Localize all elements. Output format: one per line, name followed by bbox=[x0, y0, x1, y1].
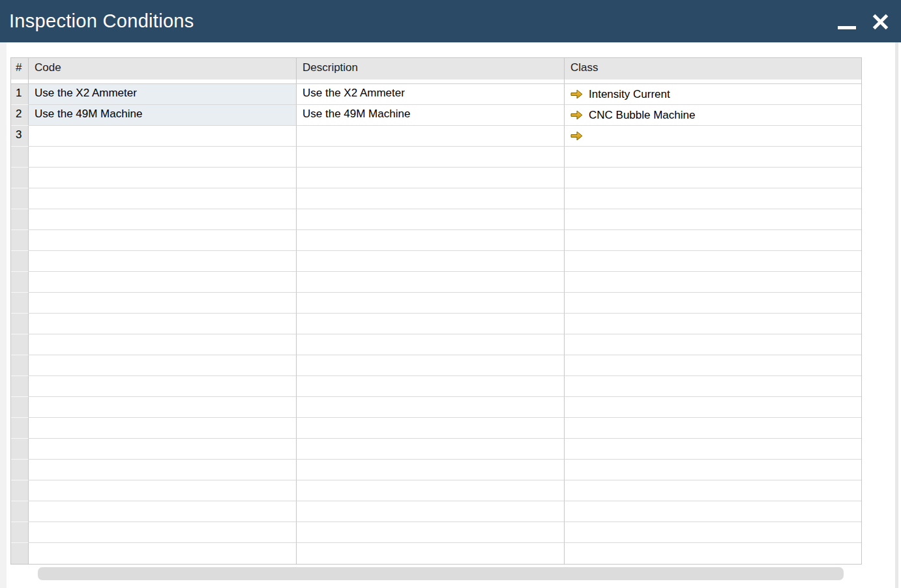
description-cell[interactable] bbox=[297, 480, 565, 501]
class-cell[interactable] bbox=[565, 376, 861, 397]
horizontal-scrollbar-thumb[interactable] bbox=[38, 567, 844, 580]
code-cell[interactable] bbox=[29, 230, 297, 251]
code-cell[interactable] bbox=[29, 272, 297, 293]
horizontal-scrollbar[interactable] bbox=[10, 566, 862, 581]
code-cell[interactable] bbox=[29, 355, 297, 376]
row-number-cell[interactable] bbox=[11, 480, 29, 501]
class-cell[interactable] bbox=[565, 314, 861, 334]
class-cell[interactable] bbox=[565, 501, 861, 522]
code-cell[interactable] bbox=[29, 251, 297, 272]
code-cell[interactable] bbox=[29, 460, 297, 480]
titlebar[interactable]: Inspection Conditions bbox=[0, 0, 901, 42]
class-cell[interactable] bbox=[565, 168, 861, 188]
class-cell[interactable]: CNC Bubble Machine bbox=[565, 105, 861, 126]
row-number-cell[interactable] bbox=[11, 397, 29, 418]
description-cell[interactable] bbox=[297, 418, 565, 439]
row-number-cell[interactable] bbox=[11, 522, 29, 543]
code-cell[interactable] bbox=[29, 439, 297, 460]
class-cell[interactable]: Intensity Current bbox=[565, 84, 861, 105]
column-header-class[interactable]: Class bbox=[565, 58, 861, 83]
table-row[interactable] bbox=[11, 460, 861, 480]
row-number-cell[interactable] bbox=[11, 334, 29, 355]
class-cell[interactable] bbox=[565, 209, 861, 230]
class-cell[interactable] bbox=[565, 439, 861, 460]
row-number-cell[interactable] bbox=[11, 376, 29, 397]
class-cell[interactable] bbox=[565, 188, 861, 209]
class-cell[interactable] bbox=[565, 230, 861, 251]
description-cell[interactable] bbox=[297, 251, 565, 272]
description-cell[interactable] bbox=[297, 501, 565, 522]
table-row[interactable] bbox=[11, 522, 861, 543]
class-cell[interactable] bbox=[565, 522, 861, 543]
table-row[interactable] bbox=[11, 209, 861, 230]
table-row[interactable] bbox=[11, 480, 861, 501]
code-cell[interactable] bbox=[29, 522, 297, 543]
description-cell[interactable] bbox=[297, 147, 565, 168]
table-row[interactable] bbox=[11, 272, 861, 293]
row-number-cell[interactable] bbox=[11, 439, 29, 460]
row-number-cell[interactable] bbox=[11, 188, 29, 209]
minimize-button[interactable] bbox=[838, 13, 856, 29]
class-cell[interactable] bbox=[565, 334, 861, 355]
row-number-cell[interactable] bbox=[11, 543, 29, 564]
row-number-cell[interactable]: 2 bbox=[11, 105, 29, 126]
table-row[interactable] bbox=[11, 418, 861, 439]
code-cell[interactable] bbox=[29, 418, 297, 439]
class-cell[interactable] bbox=[565, 418, 861, 439]
row-number-cell[interactable] bbox=[11, 251, 29, 272]
description-cell[interactable] bbox=[297, 522, 565, 543]
row-number-cell[interactable] bbox=[11, 209, 29, 230]
class-cell[interactable] bbox=[565, 147, 861, 168]
table-row[interactable] bbox=[11, 168, 861, 188]
table-row[interactable]: 2Use the 49M MachineUse the 49M MachineC… bbox=[11, 105, 861, 126]
description-cell[interactable] bbox=[297, 230, 565, 251]
code-cell[interactable] bbox=[29, 314, 297, 334]
table-row[interactable] bbox=[11, 543, 861, 564]
code-cell[interactable] bbox=[29, 376, 297, 397]
class-cell[interactable] bbox=[565, 293, 861, 314]
class-cell[interactable] bbox=[565, 543, 861, 564]
table-row[interactable] bbox=[11, 376, 861, 397]
table-row[interactable] bbox=[11, 397, 861, 418]
row-number-cell[interactable] bbox=[11, 168, 29, 188]
description-cell[interactable] bbox=[297, 293, 565, 314]
description-cell[interactable] bbox=[297, 314, 565, 334]
description-cell[interactable] bbox=[297, 188, 565, 209]
code-cell[interactable] bbox=[29, 293, 297, 314]
code-cell[interactable] bbox=[29, 147, 297, 168]
table-row[interactable] bbox=[11, 334, 861, 355]
class-cell[interactable] bbox=[565, 460, 861, 480]
table-row[interactable]: 3 bbox=[11, 126, 861, 147]
table-row[interactable] bbox=[11, 439, 861, 460]
column-header-code[interactable]: Code bbox=[29, 58, 297, 83]
class-cell[interactable] bbox=[565, 126, 861, 147]
description-cell[interactable]: Use the X2 Ammeter bbox=[297, 84, 565, 105]
row-number-cell[interactable] bbox=[11, 272, 29, 293]
description-cell[interactable] bbox=[297, 460, 565, 480]
close-button[interactable] bbox=[872, 12, 889, 31]
table-row[interactable] bbox=[11, 501, 861, 522]
description-cell[interactable] bbox=[297, 397, 565, 418]
table-row[interactable] bbox=[11, 355, 861, 376]
code-cell[interactable] bbox=[29, 543, 297, 564]
description-cell[interactable]: Use the 49M Machine bbox=[297, 105, 565, 126]
row-number-cell[interactable] bbox=[11, 460, 29, 480]
description-cell[interactable] bbox=[297, 209, 565, 230]
row-number-cell[interactable] bbox=[11, 293, 29, 314]
table-row[interactable] bbox=[11, 147, 861, 168]
row-number-cell[interactable] bbox=[11, 418, 29, 439]
description-cell[interactable] bbox=[297, 334, 565, 355]
row-number-cell[interactable] bbox=[11, 230, 29, 251]
table-row[interactable] bbox=[11, 251, 861, 272]
code-cell[interactable] bbox=[29, 397, 297, 418]
column-header-description[interactable]: Description bbox=[297, 58, 565, 83]
description-cell[interactable] bbox=[297, 355, 565, 376]
row-number-cell[interactable]: 3 bbox=[11, 126, 29, 147]
row-number-cell[interactable]: 1 bbox=[11, 84, 29, 105]
table-row[interactable] bbox=[11, 230, 861, 251]
table-row[interactable] bbox=[11, 293, 861, 314]
row-number-cell[interactable] bbox=[11, 314, 29, 334]
row-number-cell[interactable] bbox=[11, 355, 29, 376]
row-number-cell[interactable] bbox=[11, 501, 29, 522]
class-cell[interactable] bbox=[565, 272, 861, 293]
